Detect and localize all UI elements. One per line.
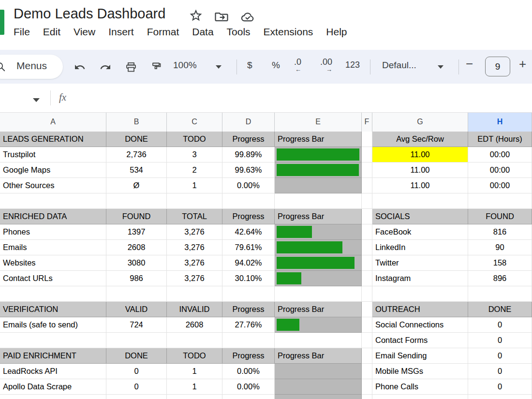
menus-button[interactable]: Menus: [0, 55, 63, 79]
cell-E11[interactable]: [275, 286, 362, 302]
cell-D4[interactable]: 0.00%: [222, 178, 275, 193]
cell-E10[interactable]: [275, 271, 362, 286]
cell-G11[interactable]: [372, 286, 468, 302]
cell-C18[interactable]: [167, 395, 222, 399]
undo-button[interactable]: [71, 58, 89, 76]
cell-A12[interactable]: VERIFICATION: [0, 302, 106, 317]
cell-F5[interactable]: [362, 193, 372, 209]
cell-A1[interactable]: LEADS GENERATION: [0, 132, 106, 147]
cell-H12[interactable]: DONE: [468, 302, 532, 317]
cell-G15[interactable]: Email Sending: [372, 348, 468, 364]
cell-E4[interactable]: [275, 178, 362, 193]
currency-format-button[interactable]: $: [247, 60, 252, 71]
cell-G16[interactable]: Mobile MSGs: [372, 364, 468, 379]
cell-A15[interactable]: PAID ENRICHMENT: [0, 348, 106, 364]
cell-B14[interactable]: [106, 333, 167, 348]
cell-B3[interactable]: 534: [106, 163, 167, 178]
cell-H5[interactable]: [468, 193, 532, 209]
cell-A2[interactable]: Trustpilot: [0, 147, 106, 163]
more-formats-button[interactable]: 123: [345, 60, 360, 70]
cell-C3[interactable]: 2: [167, 163, 222, 178]
increase-decimal-button[interactable]: .00→: [320, 58, 332, 74]
percent-format-button[interactable]: %: [272, 60, 280, 71]
cell-G3[interactable]: 11.00: [372, 163, 468, 178]
cell-B1[interactable]: DONE: [106, 132, 167, 147]
menu-item-insert[interactable]: Insert: [108, 26, 134, 38]
column-header-C[interactable]: C: [167, 113, 222, 132]
cell-A3[interactable]: Google Maps: [0, 163, 106, 178]
cell-D5[interactable]: [222, 193, 275, 209]
cell-C7[interactable]: 3,276: [167, 224, 222, 240]
cell-E18[interactable]: [275, 395, 362, 399]
cell-B15[interactable]: DONE: [106, 348, 167, 364]
cell-C17[interactable]: 1: [167, 379, 222, 395]
cell-A18[interactable]: [0, 395, 106, 399]
column-header-E[interactable]: E: [275, 113, 362, 132]
column-header-H[interactable]: H: [468, 113, 532, 132]
cell-F3[interactable]: [362, 163, 372, 178]
cell-B6[interactable]: FOUND: [106, 209, 167, 224]
menu-item-format[interactable]: Format: [147, 26, 179, 38]
cell-B4[interactable]: Ø: [106, 178, 167, 193]
cell-D8[interactable]: 79.61%: [222, 240, 275, 255]
cell-A9[interactable]: Websites: [0, 255, 106, 271]
cell-H13[interactable]: 0: [468, 317, 532, 333]
decrease-font-size-button[interactable]: −: [466, 57, 473, 72]
print-button[interactable]: [122, 58, 140, 76]
cell-C16[interactable]: 1: [167, 364, 222, 379]
cell-H14[interactable]: 0: [468, 333, 532, 348]
cell-D17[interactable]: 0.00%: [222, 379, 275, 395]
cell-E1[interactable]: Progress Bar: [275, 132, 362, 147]
name-box-caret-icon[interactable]: [33, 98, 40, 102]
menu-item-view[interactable]: View: [74, 26, 95, 38]
cell-H4[interactable]: 00:00: [468, 178, 532, 193]
cell-G2[interactable]: 11.00: [372, 147, 468, 163]
cell-C6[interactable]: TOTAL: [167, 209, 222, 224]
cell-A13[interactable]: Emails (safe to send): [0, 317, 106, 333]
cell-F10[interactable]: [362, 271, 372, 286]
cell-E16[interactable]: [275, 364, 362, 379]
cell-H16[interactable]: 0: [468, 364, 532, 379]
cell-G14[interactable]: Contact Forms: [372, 333, 468, 348]
cell-B9[interactable]: 3080: [106, 255, 167, 271]
cell-G18[interactable]: [372, 395, 468, 399]
cell-C11[interactable]: [167, 286, 222, 302]
cell-F7[interactable]: [362, 224, 372, 240]
cell-D6[interactable]: Progress: [222, 209, 275, 224]
column-header-G[interactable]: G: [372, 113, 468, 132]
cell-C4[interactable]: 1: [167, 178, 222, 193]
cell-D13[interactable]: 27.76%: [222, 317, 275, 333]
menu-item-help[interactable]: Help: [326, 26, 347, 38]
cell-D18[interactable]: [222, 395, 275, 399]
cell-D3[interactable]: 99.63%: [222, 163, 275, 178]
column-header-D[interactable]: D: [222, 113, 275, 132]
cell-E12[interactable]: Progress Bar: [275, 302, 362, 317]
cell-H18[interactable]: [468, 395, 532, 399]
menu-item-extensions[interactable]: Extensions: [264, 26, 313, 38]
cell-H17[interactable]: 0: [468, 379, 532, 395]
cell-G12[interactable]: OUTREACH: [372, 302, 468, 317]
cell-A6[interactable]: ENRICHED DATA: [0, 209, 106, 224]
cell-F13[interactable]: [362, 317, 372, 333]
cell-A4[interactable]: Other Sources: [0, 178, 106, 193]
increase-font-size-button[interactable]: +: [519, 57, 526, 72]
cell-G8[interactable]: LinkedIn: [372, 240, 468, 255]
cell-B11[interactable]: [106, 286, 167, 302]
cell-F15[interactable]: [362, 348, 372, 364]
cell-E13[interactable]: [275, 317, 362, 333]
cell-E15[interactable]: Progress Bar: [275, 348, 362, 364]
cell-E3[interactable]: [275, 163, 362, 178]
cell-G6[interactable]: SOCIALS: [372, 209, 468, 224]
cell-B18[interactable]: [106, 395, 167, 399]
cell-H6[interactable]: FOUND: [468, 209, 532, 224]
decrease-decimal-button[interactable]: .0←: [294, 58, 301, 74]
cell-B2[interactable]: 2,736: [106, 147, 167, 163]
cell-C14[interactable]: [167, 333, 222, 348]
cell-C2[interactable]: 3: [167, 147, 222, 163]
cell-H1[interactable]: EDT (Hours): [468, 132, 532, 147]
cell-H15[interactable]: 0: [468, 348, 532, 364]
cell-F6[interactable]: [362, 209, 372, 224]
cell-H2[interactable]: 00:00: [468, 147, 532, 163]
cell-A16[interactable]: LeadRocks API: [0, 364, 106, 379]
cell-C15[interactable]: TODO: [167, 348, 222, 364]
